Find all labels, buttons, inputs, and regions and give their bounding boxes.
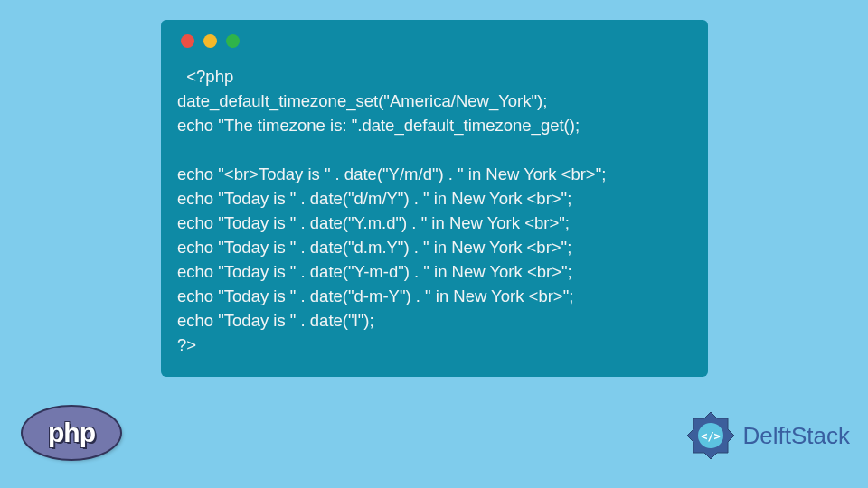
close-icon (181, 34, 194, 48)
code-block: <?php date_default_timezone_set("America… (177, 64, 692, 357)
brand-icon: </> (684, 408, 738, 463)
svg-text:</>: </> (701, 430, 721, 443)
minimize-icon (203, 34, 217, 48)
brand-text: DelftStack (743, 422, 851, 450)
maximize-icon (226, 34, 240, 48)
brand-container: </> DelftStack (684, 408, 851, 463)
php-logo: php (23, 407, 120, 459)
php-logo-text: php (48, 418, 95, 448)
code-window: <?php date_default_timezone_set("America… (161, 20, 708, 377)
window-controls (181, 34, 692, 48)
